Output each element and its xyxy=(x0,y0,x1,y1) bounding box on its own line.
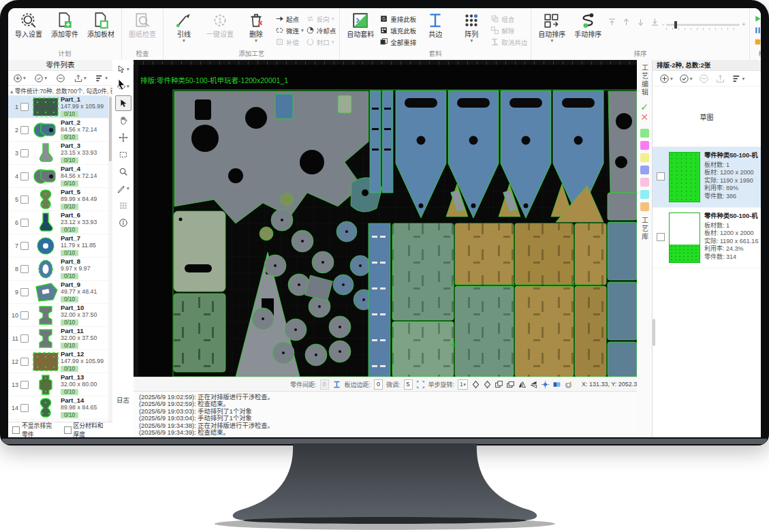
part-checkbox[interactable] xyxy=(20,219,29,227)
sim-speed-slider[interactable]: -+ xyxy=(662,12,745,28)
part-row[interactable]: 9 Part_9 49.77 x 48.41 0/10 xyxy=(8,281,112,304)
part-checkbox[interactable] xyxy=(20,334,29,343)
part-row[interactable]: 14 Part_14 89.98 x 84.65 0/10 xyxy=(8,396,112,420)
board-margin-input[interactable]: 0 xyxy=(374,379,383,390)
ribbon-button-停止[interactable]: 停止 xyxy=(753,37,761,47)
part-name: Part_2 xyxy=(61,119,112,126)
part-checkbox[interactable] xyxy=(20,126,29,134)
ribbon-button-暂停[interactable]: 暂停 xyxy=(753,25,761,35)
part-checkbox[interactable] xyxy=(20,172,29,181)
ribbon-button-添加零件[interactable]: 添加零件 xyxy=(48,12,82,38)
select-cursor-icon[interactable]: ▾ xyxy=(115,61,131,77)
export-tray-button[interactable]: ▾ xyxy=(74,74,87,83)
ribbon-button-自动排序[interactable]: 自动排序▾ xyxy=(535,12,569,43)
ribbon-button-重排此板[interactable]: 重排此板 xyxy=(379,14,416,24)
sort-lines-button[interactable]: ▾ xyxy=(95,74,108,83)
distinguish-material-checkbox[interactable]: 区分材料和厚度 xyxy=(64,421,109,437)
marquee-tool-icon[interactable] xyxy=(115,146,131,162)
part-row[interactable]: 11 Part_11 32.00 x 37.50 0/10 xyxy=(8,327,112,350)
part-nested-badge: 0/10 xyxy=(61,389,78,396)
part-row[interactable]: 13 Part_13 32.00 x 80.00 0/10 xyxy=(8,373,112,396)
sheet-checkbox[interactable] xyxy=(657,233,665,241)
ribbon-button-微连[interactable]: 微连▾ xyxy=(275,25,304,35)
part-checkbox[interactable] xyxy=(20,358,29,366)
fine-tune-box-icon[interactable] xyxy=(416,380,425,389)
process-color-swatch[interactable] xyxy=(640,202,649,211)
process-apply-icon[interactable]: ✓ xyxy=(640,102,648,112)
collapse-arrow-icon[interactable]: ▴ xyxy=(10,88,15,95)
plus-circle-button[interactable]: ▾ xyxy=(659,74,673,84)
info-tool-icon[interactable] xyxy=(115,215,131,230)
zoom-tool-icon[interactable] xyxy=(115,163,131,179)
part-row[interactable]: 4 Part_4 84.56 x 72.14 0/10 xyxy=(8,165,112,188)
pan-tool-icon[interactable] xyxy=(115,112,131,128)
sheet-card[interactable]: 零件种类50-100-机甲玩... 板材数: 1板材: 1200 x 2000实… xyxy=(653,208,761,268)
sort-lines-button[interactable]: ▾ xyxy=(732,74,745,84)
step-rotate-select[interactable]: 1▾ xyxy=(458,379,468,390)
nudge-input[interactable]: 5 xyxy=(404,379,413,390)
part-row[interactable]: 8 Part_8 9.97 x 9.97 0/10 xyxy=(8,257,112,281)
ribbon-button-手动排序[interactable]: 手动排序 xyxy=(571,12,605,38)
pointer-tool-icon[interactable] xyxy=(115,95,131,111)
part-row[interactable]: 6 Part_6 23.12 x 33.93 0/10 xyxy=(8,211,112,234)
part-row[interactable]: 12 Part_12 147.99 x 105.99 0/10 xyxy=(8,350,112,373)
ribbon-button-全部重排[interactable]: 全部重排 xyxy=(379,37,416,47)
rotate-ccw-icon xyxy=(471,380,480,389)
part-checkbox[interactable] xyxy=(20,311,29,319)
ribbon-button-引线[interactable]: 引线▾ xyxy=(167,12,201,43)
part-checkbox[interactable] xyxy=(20,103,29,111)
part-row[interactable]: 1 Part_1 147.99 x 105.99 0/10 xyxy=(8,95,112,119)
process-color-swatch[interactable] xyxy=(640,178,649,187)
part-row[interactable]: 5 Part_5 89.99 x 84.49 0/10 xyxy=(8,188,112,211)
part-row[interactable]: 7 Part_7 11.79 x 11.85 0/10 xyxy=(8,234,112,257)
check-circle-button[interactable]: ▾ xyxy=(34,74,47,83)
part-checkbox[interactable] xyxy=(20,149,29,157)
ribbon-button-仿真[interactable]: 仿真 xyxy=(753,14,761,24)
sheet-card[interactable]: 零件种类50-100-机甲玩... 板材数: 1板材: 1200 x 2000实… xyxy=(653,147,761,208)
move-tool-icon[interactable] xyxy=(115,129,131,145)
process-cancel-icon[interactable]: ✕ xyxy=(640,112,648,123)
process-color-swatch[interactable] xyxy=(640,166,649,174)
sheet-checkbox[interactable] xyxy=(657,172,665,181)
ribbon-button-起点[interactable]: 起点 xyxy=(275,14,304,24)
ribbon-button-添加板材[interactable]: 添加板材 xyxy=(84,12,118,38)
measure-tool-icon[interactable]: ▾ xyxy=(115,181,131,196)
ribbon-button-阵列[interactable]: 阵列▾ xyxy=(454,12,488,43)
part-row[interactable]: 2 Part_2 84.56 x 72.14 0/10 xyxy=(8,119,112,142)
hide-nested-checkbox[interactable]: 不显示排完零件 xyxy=(12,421,57,437)
part-checkbox[interactable] xyxy=(20,381,29,389)
part-dimensions: 23.15 x 33.93 xyxy=(61,149,112,156)
sheet-field: 板材: 1200 x 2000 xyxy=(704,169,758,177)
check-circle-button[interactable]: ▾ xyxy=(679,74,693,84)
part-checkbox[interactable] xyxy=(20,242,29,250)
part-number: 2 xyxy=(10,127,18,134)
minus-circle-button[interactable] xyxy=(56,74,65,83)
part-row[interactable]: 3 Part_3 23.15 x 33.93 0/10 xyxy=(8,142,112,165)
nesting-canvas[interactable]: 排版:零件种类50-100-机甲玩者-1200x20001_1 xyxy=(134,60,637,377)
ribbon-button-冷却点[interactable]: 冷却点 xyxy=(306,25,336,35)
part-checkbox[interactable] xyxy=(20,288,29,296)
ribbon-button-共边[interactable]: 共边 xyxy=(418,12,452,38)
part-checkbox[interactable] xyxy=(20,195,29,204)
part-row[interactable]: 10 Part_10 32.00 x 37.50 0/10 xyxy=(8,304,112,327)
canvas-status-bar: 零件间距: 0 板边边距: 0 微调: 5 单步旋转: 1▾ X: 131.33… xyxy=(134,377,637,391)
part-checkbox[interactable] xyxy=(20,265,29,273)
part-checkbox[interactable] xyxy=(20,404,29,412)
part-number: 7 xyxy=(10,242,18,249)
ribbon-button-填充此板[interactable]: 填充此板 xyxy=(379,25,416,35)
part-name: Part_1 xyxy=(61,96,112,103)
process-color-swatch[interactable] xyxy=(640,129,649,138)
process-edit-tab[interactable]: 工艺编辑 xyxy=(640,64,650,97)
process-color-swatch[interactable] xyxy=(640,141,649,150)
part-nested-badge: 0/10 xyxy=(61,250,78,257)
process-library-tab[interactable]: 工艺库 xyxy=(640,217,650,241)
sheet-field: 实际: 1190 x 1990 xyxy=(704,177,758,185)
ribbon-button-导入设置[interactable]: 导入设置 xyxy=(12,12,46,38)
process-color-swatch[interactable] xyxy=(640,190,649,199)
plus-circle-button[interactable]: ▾ xyxy=(13,74,26,83)
process-color-swatch[interactable] xyxy=(640,153,649,162)
ribbon-button-删除[interactable]: 删除▾ xyxy=(239,12,273,43)
sheets-scrollbar[interactable] xyxy=(653,319,655,346)
part-name: Part_6 xyxy=(61,212,112,219)
ribbon-button-自动套料[interactable]: 自动套料 xyxy=(343,12,377,38)
